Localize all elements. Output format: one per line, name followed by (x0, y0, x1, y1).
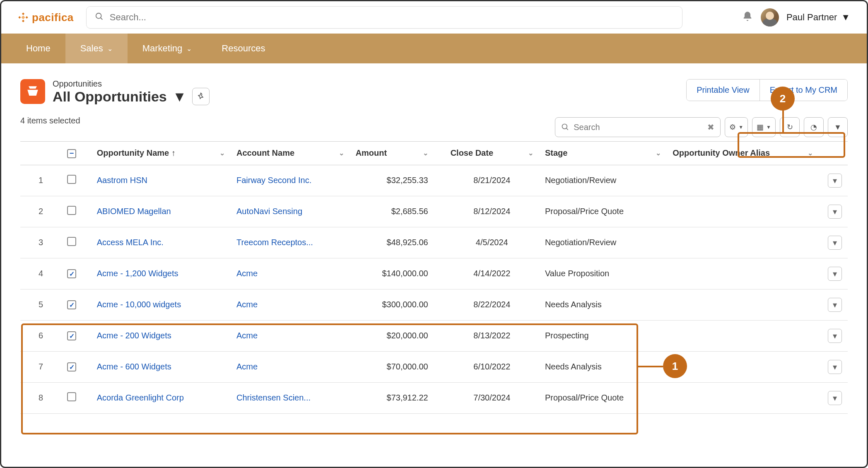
nav-marketing[interactable]: Marketing⌄ (128, 34, 207, 63)
col-select-all[interactable] (61, 142, 91, 165)
row-select-cell[interactable] (61, 320, 91, 351)
cell-account-name: Christensen Scien... (231, 382, 350, 413)
chevron-down-icon[interactable]: ⌄ (808, 149, 813, 157)
global-search[interactable] (86, 6, 682, 29)
user-menu[interactable]: Paul Partner ▼ (786, 12, 850, 23)
cell-close-date: 8/13/2022 (445, 320, 539, 351)
account-link[interactable]: Acme (236, 300, 258, 309)
row-actions-button[interactable]: ▾ (828, 391, 842, 405)
account-link[interactable]: AutoNavi Sensing (236, 207, 302, 216)
avatar[interactable] (761, 8, 779, 27)
col-close-date[interactable]: Close Date⌄ (445, 142, 539, 165)
refresh-button[interactable]: ↻ (780, 117, 800, 137)
search-icon (561, 123, 569, 131)
table-icon: ▦ (757, 123, 764, 132)
row-checkbox[interactable] (67, 362, 76, 372)
row-select-cell[interactable] (61, 196, 91, 227)
account-link[interactable]: Acme (236, 331, 258, 340)
cell-opportunity-name: Acme - 200 Widgets (91, 320, 231, 351)
row-actions-button[interactable]: ▾ (828, 174, 842, 188)
cell-stage: Needs Analysis (539, 289, 667, 320)
row-actions-button[interactable]: ▾ (828, 360, 842, 374)
row-number: 3 (20, 227, 61, 258)
notifications-icon[interactable] (742, 11, 753, 24)
row-select-cell[interactable] (61, 351, 91, 382)
opportunity-table: Opportunity Name ↑⌄ Account Name⌄ Amount… (20, 141, 848, 414)
cell-stage: Negotiation/Review (539, 227, 667, 258)
cell-owner (667, 165, 819, 196)
row-checkbox[interactable] (67, 175, 76, 184)
row-select-cell[interactable] (61, 258, 91, 289)
chart-button[interactable]: ◔ (804, 117, 824, 137)
cell-account-name: Fairway Second Inc. (231, 165, 350, 196)
row-checkbox[interactable] (67, 331, 76, 340)
cell-account-name: Acme (231, 320, 350, 351)
list-search-input[interactable] (574, 123, 703, 132)
object-kicker: Opportunities (53, 79, 210, 89)
row-actions-button[interactable]: ▾ (828, 329, 842, 343)
opportunity-link[interactable]: Aastrom HSN (97, 176, 147, 185)
row-select-cell[interactable] (61, 227, 91, 258)
col-owner-alias[interactable]: Opportunity Owner Alias⌄ (667, 142, 819, 165)
row-checkbox[interactable] (67, 237, 76, 246)
clear-icon[interactable]: ✖ (707, 122, 714, 132)
row-select-cell[interactable] (61, 289, 91, 320)
row-checkbox[interactable] (67, 300, 76, 309)
cell-actions: ▾ (819, 196, 848, 227)
row-number: 6 (20, 320, 61, 351)
pin-button[interactable] (192, 88, 210, 105)
row-actions-button[interactable]: ▾ (828, 298, 842, 312)
printable-view-button[interactable]: Printable View (687, 80, 759, 101)
account-link[interactable]: Acme (236, 362, 258, 371)
cell-stage: Proposal/Price Quote (539, 196, 667, 227)
opportunity-link[interactable]: Access MELA Inc. (97, 238, 164, 247)
cell-owner (667, 227, 819, 258)
cell-account-name: Acme (231, 351, 350, 382)
col-account-name[interactable]: Account Name⌄ (231, 142, 350, 165)
display-as-button[interactable]: ▦▼ (752, 117, 776, 137)
row-checkbox[interactable] (67, 392, 76, 401)
row-actions-button[interactable]: ▾ (828, 236, 842, 250)
chevron-down-icon[interactable]: ⌄ (219, 149, 225, 157)
filter-button[interactable]: ▼ (828, 117, 848, 137)
chevron-down-icon[interactable]: ⌄ (656, 149, 661, 157)
nav-home[interactable]: Home (11, 34, 65, 63)
chevron-down-icon[interactable]: ⌄ (423, 149, 428, 157)
opportunity-link[interactable]: Acme - 1,200 Widgets (97, 269, 178, 278)
row-checkbox[interactable] (67, 269, 76, 278)
export-to-crm-button[interactable]: Export to My CRM (760, 80, 847, 101)
nav-resources[interactable]: Resources (207, 34, 280, 63)
row-actions-button[interactable]: ▾ (828, 205, 842, 219)
list-search[interactable]: ✖ (555, 117, 721, 137)
account-link[interactable]: Christensen Scien... (236, 393, 311, 402)
col-stage[interactable]: Stage⌄ (539, 142, 667, 165)
nav-sales[interactable]: Sales⌄ (65, 34, 128, 63)
list-view-title[interactable]: All Opportunities ▼ (53, 88, 210, 105)
cell-owner (667, 382, 819, 413)
col-opportunity-name[interactable]: Opportunity Name ↑⌄ (91, 142, 231, 165)
opportunity-link[interactable]: Acme - 200 Widgets (97, 331, 171, 340)
opportunity-link[interactable]: Acorda Greenlight Corp (97, 393, 184, 402)
account-link[interactable]: Fairway Second Inc. (236, 176, 311, 185)
row-select-cell[interactable] (61, 165, 91, 196)
row-number: 7 (20, 351, 61, 382)
list-settings-button[interactable]: ⚙▼ (725, 117, 748, 137)
table-header-row: Opportunity Name ↑⌄ Account Name⌄ Amount… (20, 142, 848, 165)
row-select-cell[interactable] (61, 382, 91, 413)
chevron-down-icon[interactable]: ⌄ (339, 149, 344, 157)
opportunity-link[interactable]: ABIOMED Magellan (97, 207, 171, 216)
chevron-down-icon[interactable]: ⌄ (528, 149, 533, 157)
select-all-checkbox[interactable] (67, 149, 76, 158)
opportunity-link[interactable]: Acme - 600 Widgets (97, 362, 171, 371)
caret-down-icon: ▼ (766, 124, 771, 130)
col-amount[interactable]: Amount⌄ (350, 142, 445, 165)
account-link[interactable]: Acme (236, 269, 258, 278)
opportunity-link[interactable]: Acme - 10,000 widgets (97, 300, 181, 309)
account-link[interactable]: Treecom Receptos... (236, 238, 313, 247)
row-actions-button[interactable]: ▾ (828, 267, 842, 281)
global-search-input[interactable] (110, 12, 674, 23)
cell-stage: Needs Analysis (539, 351, 667, 382)
row-checkbox[interactable] (67, 206, 76, 215)
cell-account-name: Acme (231, 258, 350, 289)
user-name: Paul Partner (786, 12, 837, 23)
